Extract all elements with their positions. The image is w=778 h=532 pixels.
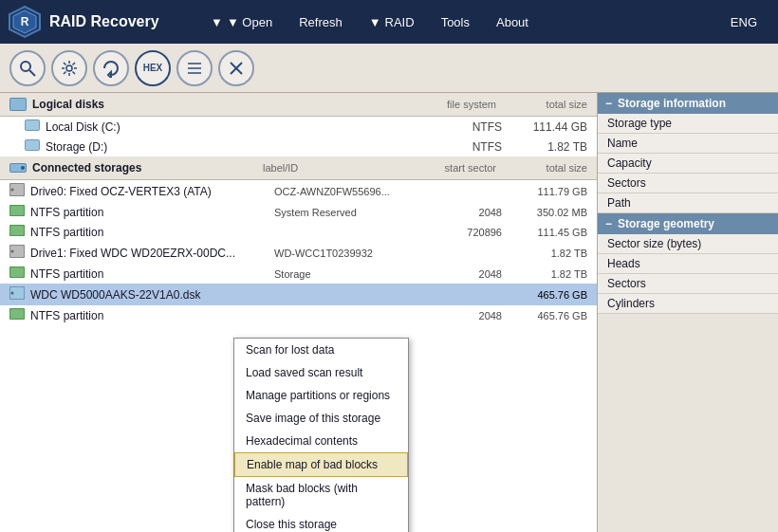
info-path: Path	[598, 193, 778, 213]
fs-col-header: file system	[447, 99, 496, 110]
ntfs1-size: 350.02 MB	[502, 207, 587, 218]
svg-point-29	[11, 250, 14, 253]
ntfs2-name: NTFS partition	[30, 226, 274, 239]
disk-c-name: Local Disk (C:)	[46, 120, 426, 134]
ctx-mask-bad-blocks[interactable]: Mask bad blocks (with pattern)	[234, 477, 408, 513]
wdc-ntfs1-sector: 2048	[417, 310, 502, 321]
svg-rect-12	[10, 99, 26, 110]
geometry-header: − Storage geometry	[598, 213, 778, 234]
disk-c-fs: NTFS	[426, 120, 502, 134]
storage-info-title: Storage information	[618, 97, 726, 110]
wdc-dsk-size: 465.76 GB	[502, 289, 587, 301]
drive1-label: WD-WCC1T0239932	[274, 248, 417, 259]
nav-refresh[interactable]: Refresh	[286, 0, 356, 44]
svg-point-3	[21, 62, 30, 71]
ntfs2-size: 111.45 GB	[502, 227, 587, 238]
size-col-header: total size	[502, 99, 587, 110]
logo-icon: R	[8, 5, 42, 39]
wdc-dsk-item[interactable]: WDC WD5000AAKS-22V1A0.dsk 465.76 GB	[0, 284, 597, 305]
svg-rect-16	[26, 140, 39, 150]
ctx-scan[interactable]: Scan for lost data	[234, 339, 408, 361]
drive1-name: Drive1: Fixed WDC WD20EZRX-00DC...	[30, 247, 274, 260]
svg-point-22	[11, 189, 14, 192]
ctx-manage[interactable]: Manage partitions or regions	[234, 384, 408, 407]
logical-disks-title: Logical disks	[32, 98, 104, 111]
sector-col-header: start sector	[411, 162, 496, 174]
svg-rect-36	[10, 309, 24, 319]
info-name: Name	[598, 134, 778, 154]
disk-d-name: Storage (D:)	[46, 140, 426, 154]
drive1-ntfs1-size: 1.82 TB	[502, 268, 587, 280]
drive1-ntfs1-sector: 2048	[417, 268, 502, 280]
drive0-icon	[9, 183, 25, 199]
svg-line-4	[29, 70, 35, 76]
minus-icon-storage: −	[605, 97, 612, 110]
topbar: R RAID Recovery ▼ ▼ Open Refresh ▼ RAID …	[0, 0, 778, 44]
ntfs1-label: System Reserved	[274, 207, 417, 218]
connected-storages-title: Connected storages	[32, 161, 141, 174]
drive1-ntfs1[interactable]: NTFS partition Storage 2048 1.82 TB	[0, 264, 597, 284]
settings-button[interactable]	[51, 50, 87, 86]
ctx-enable-bad-blocks[interactable]: Enable map of bad blocks	[234, 452, 408, 477]
info-heads: Heads	[598, 254, 778, 274]
open-label: ▼ Open	[227, 15, 272, 29]
drive0-name: Drive0: Fixed OCZ-VERTEX3 (ATA)	[30, 185, 274, 198]
storage-info-header: − Storage information	[598, 93, 778, 114]
close-button[interactable]	[218, 50, 254, 86]
drive1-ntfs1-icon	[9, 266, 25, 281]
raid-arrow: ▼	[369, 15, 381, 29]
nav-about[interactable]: About	[483, 0, 542, 44]
info-capacity: Capacity	[598, 154, 778, 174]
disk-d-icon	[25, 139, 40, 154]
info-storage-type: Storage type	[598, 114, 778, 134]
ctx-hex[interactable]: Hexadecimal contents	[234, 430, 408, 452]
disk-c-icon	[25, 119, 40, 134]
hex-button[interactable]: HEX	[135, 50, 171, 86]
refresh-label: Refresh	[299, 15, 343, 29]
app-title: RAID Recovery	[49, 13, 159, 30]
toolbar: HEX	[0, 44, 778, 93]
language-selector[interactable]: ENG	[717, 15, 770, 29]
drive1-item[interactable]: Drive1: Fixed WDC WD20EZRX-00DC... WD-WC…	[0, 242, 597, 264]
list-button[interactable]	[176, 50, 213, 86]
drive0-label: OCZ-AWNZ0FW55696...	[274, 186, 417, 197]
svg-point-5	[66, 65, 72, 71]
drive0-item[interactable]: Drive0: Fixed OCZ-VERTEX3 (ATA) OCZ-AWNZ…	[0, 180, 597, 202]
nav-tools[interactable]: Tools	[428, 0, 483, 44]
reload-button[interactable]	[93, 50, 129, 86]
minus-icon-geometry: −	[605, 217, 612, 230]
ctx-save-image[interactable]: Save image of this storage	[234, 407, 408, 430]
drive0-ntfs2[interactable]: NTFS partition 720896 111.45 GB	[0, 222, 597, 242]
svg-rect-31	[10, 267, 24, 277]
svg-rect-24	[10, 206, 24, 215]
nav-raid[interactable]: ▼ RAID	[356, 0, 428, 44]
size2-col-header: total size	[502, 162, 587, 174]
svg-point-19	[21, 166, 25, 170]
ntfs2-icon	[9, 225, 25, 239]
nav-open[interactable]: ▼ ▼ Open	[197, 0, 286, 44]
tools-label: Tools	[441, 15, 470, 29]
info-sectors-geom: Sectors	[598, 274, 778, 294]
logical-disk-c[interactable]: Local Disk (C:) NTFS 111.44 GB	[0, 117, 597, 137]
drive0-size: 111.79 GB	[502, 186, 587, 197]
info-sector-size: Sector size (bytes)	[598, 234, 778, 254]
logical-disks-icon	[9, 98, 27, 111]
logical-disk-d[interactable]: Storage (D:) NTFS 1.82 TB	[0, 137, 597, 156]
scan-button[interactable]	[9, 50, 46, 86]
main-area: Logical disks file system total size Loc…	[0, 93, 778, 532]
svg-text:R: R	[21, 15, 29, 28]
wdc-ntfs1[interactable]: NTFS partition 2048 465.76 GB	[0, 305, 597, 325]
drive0-ntfs1[interactable]: NTFS partition System Reserved 2048 350.…	[0, 202, 597, 222]
disk-d-size: 1.82 TB	[502, 140, 587, 154]
drive1-icon	[9, 245, 25, 261]
logical-disks-header: Logical disks file system total size	[0, 93, 597, 117]
info-cylinders: Cylinders	[598, 294, 778, 314]
ctx-close-storage[interactable]: Close this storage	[234, 513, 408, 532]
right-panel: − Storage information Storage type Name …	[598, 93, 778, 532]
raid-label: RAID	[385, 15, 415, 29]
ctx-load-scan[interactable]: Load saved scan result	[234, 361, 408, 384]
svg-rect-14	[26, 120, 39, 130]
wdc-dsk-icon	[9, 286, 25, 303]
left-panel: Logical disks file system total size Loc…	[0, 93, 598, 532]
connected-storages-header: Connected storages label/ID start sector…	[0, 156, 597, 180]
